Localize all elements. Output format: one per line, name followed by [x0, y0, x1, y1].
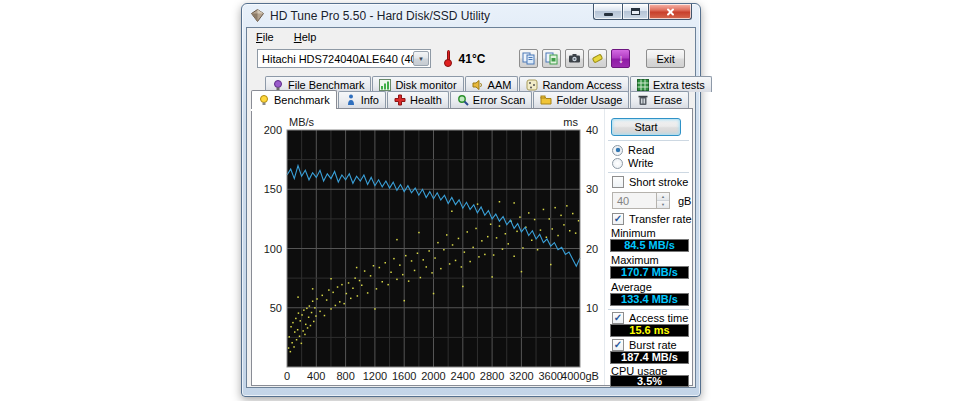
dice-icon	[526, 79, 538, 91]
tab-label: Benchmark	[274, 94, 330, 106]
minimum-label: Minimum	[611, 227, 656, 239]
tab-random-access[interactable]: Random Access	[519, 76, 628, 92]
svg-text:ms: ms	[563, 116, 578, 128]
svg-text:0: 0	[284, 370, 290, 382]
tab-label: Folder Usage	[556, 94, 622, 106]
folder-icon	[540, 94, 552, 106]
short-stroke-checkbox[interactable]: Short stroke	[612, 176, 688, 188]
tab-disk-monitor[interactable]: Disk monitor	[372, 76, 463, 92]
svg-text:20: 20	[586, 243, 598, 255]
tab-label: Error Scan	[473, 94, 526, 106]
access-time-value: 15.6 ms	[610, 324, 689, 337]
copy-button[interactable]	[519, 49, 538, 68]
read-radio[interactable]: Read	[612, 144, 654, 156]
maximize-button[interactable]	[622, 4, 649, 20]
cpu-usage-readout: 3.5%	[637, 376, 662, 387]
menubar: File Help	[247, 28, 695, 45]
close-button[interactable]	[649, 4, 692, 20]
highlighter-icon	[591, 52, 604, 65]
tab-label: File Benchmark	[288, 79, 364, 91]
toolbar: Hitachi HDS724040ALE640 (4000 gB) ▼ 41°C	[247, 45, 695, 72]
svg-text:10: 10	[586, 302, 598, 314]
camera-icon	[568, 52, 581, 65]
maximum-readout: 170.7 MB/s	[621, 267, 678, 278]
checkbox-checked-icon: ✓	[612, 213, 624, 225]
maximum-label: Maximum	[611, 254, 659, 266]
svg-text:1200: 1200	[363, 370, 387, 382]
tab-extra-tests[interactable]: Extra tests	[630, 76, 712, 92]
access-time-checkbox[interactable]: ✓ Access time	[612, 312, 688, 324]
benchmark-controls: Start Read Write Short stroke 40	[604, 109, 693, 385]
titlebar[interactable]: HD Tune Pro 5.50 - Hard Disk/SSD Utility	[242, 4, 700, 27]
svg-text:100: 100	[264, 243, 282, 255]
svg-text:4000gB: 4000gB	[561, 370, 599, 382]
svg-text:40: 40	[586, 124, 598, 136]
tab-error-scan[interactable]: Error Scan	[450, 91, 533, 108]
tab-benchmark[interactable]: Benchmark	[251, 90, 337, 109]
tab-label: Erase	[653, 94, 682, 106]
short-stroke-label: Short stroke	[629, 176, 688, 188]
trash-icon	[637, 94, 649, 106]
exit-button[interactable]: Exit	[646, 49, 685, 68]
cpu-usage-value: 3.5%	[610, 375, 689, 387]
access-time-readout: 15.6 ms	[629, 325, 669, 336]
stroke-size-stepper: 40 ▲ ▼ gB	[612, 192, 691, 209]
spin-down-icon[interactable]: ▼	[657, 201, 669, 208]
svg-text:3600: 3600	[538, 370, 562, 382]
svg-text:50: 50	[270, 302, 282, 314]
divider	[608, 140, 689, 141]
svg-text:150: 150	[264, 183, 282, 195]
start-button[interactable]: Start	[611, 118, 681, 136]
checkbox-empty-icon	[612, 176, 624, 188]
drive-select[interactable]: Hitachi HDS724040ALE640 (4000 gB) ▼	[257, 49, 431, 68]
tab-health[interactable]: Health	[387, 91, 449, 108]
tab-label: Disk monitor	[395, 79, 456, 91]
down-arrow-icon: ↓	[618, 52, 624, 66]
menu-help[interactable]: Help	[292, 31, 319, 43]
save-results-button[interactable]: ↓	[611, 49, 630, 68]
svg-text:2400: 2400	[451, 370, 475, 382]
highlight-button[interactable]	[588, 49, 607, 68]
checkbox-checked-icon: ✓	[612, 312, 624, 324]
chevron-down-icon[interactable]: ▼	[413, 51, 429, 66]
average-label: Average	[611, 281, 652, 293]
burst-rate-checkbox[interactable]: ✓ Burst rate	[612, 339, 677, 351]
tab-label: AAM	[488, 79, 512, 91]
minimum-readout: 84.5 MB/s	[624, 240, 675, 251]
tabstrip: File Benchmark Disk monitor AAM Random A…	[247, 76, 695, 108]
spin-up-icon[interactable]: ▲	[657, 193, 669, 201]
tab-folder-usage[interactable]: Folder Usage	[533, 91, 629, 108]
grid-chart-icon	[637, 79, 649, 91]
write-label: Write	[628, 157, 653, 169]
copy-icon	[522, 52, 535, 65]
radio-selected-icon	[612, 145, 623, 156]
screenshot-button[interactable]	[565, 49, 584, 68]
svg-text:3200: 3200	[509, 370, 533, 382]
tab-label: Info	[361, 94, 379, 106]
benchmark-chart: MB/sms2001501005040302010040080012001600…	[252, 109, 604, 385]
transfer-rate-checkbox[interactable]: ✓ Transfer rate	[612, 213, 692, 225]
window-title: HD Tune Pro 5.50 - Hard Disk/SSD Utility	[270, 9, 490, 23]
tab-info[interactable]: Info	[338, 91, 386, 108]
stroke-size-input[interactable]: 40	[612, 192, 657, 209]
minimum-value: 84.5 MB/s	[610, 239, 689, 252]
copy-image-button[interactable]	[542, 49, 561, 68]
write-radio[interactable]: Write	[612, 157, 653, 169]
tab-erase[interactable]: Erase	[630, 91, 689, 108]
read-label: Read	[628, 144, 654, 156]
svg-text:400: 400	[307, 370, 325, 382]
divider	[608, 172, 689, 173]
tab-aam[interactable]: AAM	[465, 76, 519, 92]
menu-file[interactable]: File	[254, 31, 276, 43]
svg-text:MB/s: MB/s	[289, 116, 315, 128]
stepper-buttons[interactable]: ▲ ▼	[657, 192, 670, 209]
start-label: Start	[634, 121, 657, 133]
burst-rate-label: Burst rate	[629, 339, 677, 351]
svg-text:2800: 2800	[480, 370, 504, 382]
tab-label: Random Access	[542, 79, 621, 91]
app-window: HD Tune Pro 5.50 - Hard Disk/SSD Utility…	[241, 3, 701, 397]
bulb-yellow-icon	[258, 94, 270, 106]
minimize-button[interactable]	[593, 4, 622, 20]
app-icon	[251, 9, 264, 22]
speaker-icon	[472, 79, 484, 91]
